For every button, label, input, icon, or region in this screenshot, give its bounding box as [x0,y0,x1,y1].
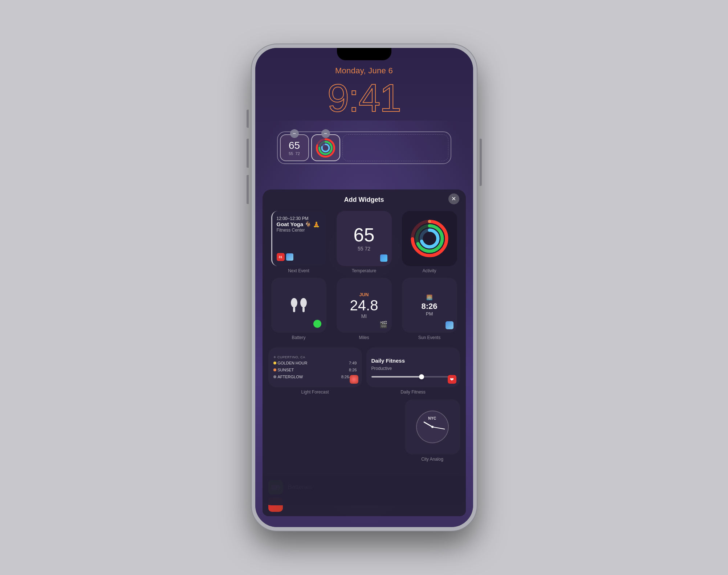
sun-events-cell: 🌅 8:26 PM Sun Events [399,278,460,340]
airpods-icon [286,293,312,318]
lock-time: 9:41 [255,78,473,118]
minute-hand [432,427,445,429]
lf-app-icon [350,375,358,384]
sun-events-widget[interactable]: 🌅 8:26 PM [402,278,457,333]
svg-point-16 [300,298,307,307]
mute-button[interactable] [247,110,249,128]
miles-label: Miles [359,335,369,340]
activity-cell: Activity [399,211,460,273]
temperature-cell: 65 55 72 Temperature [334,211,395,273]
svg-point-12 [428,220,431,223]
next-event-label: Next Event [288,268,309,273]
lf-location: ✈ CUPERTINO, CA [273,355,357,359]
activity-widget[interactable] [402,211,457,266]
temperature-widget[interactable]: 65 55 72 [337,211,392,266]
golden-dot [273,362,276,364]
modal-header: Add Widgets ✕ [263,189,466,208]
df-slider-thumb[interactable] [419,374,424,379]
modal-title: Add Widgets [344,196,384,204]
sun-events-label: Sun Events [418,335,440,340]
volume-up-button[interactable] [247,139,249,168]
daily-fitness-label: Daily Fitness [366,390,460,395]
camera-icon: 🎬 [379,321,387,329]
df-title: Daily Fitness [371,358,455,364]
temperature-label: Temperature [352,268,376,273]
temp-range: 55 72 [358,246,370,252]
clock-face: NYC [416,411,449,443]
sun-time: 8:26 [421,302,437,311]
lock-widget-activity[interactable]: − [311,134,340,161]
phone-body: Monday, June 6 9:41 − 65 55 72 − [252,44,477,531]
city-analog-widget[interactable]: NYC [405,399,460,454]
temp-number: 65 [354,225,375,244]
wide-widget-row: ✈ CUPERTINO, CA GOLDEN HOUR 7:49 SUNSET [263,346,466,396]
lf-afterglow-row: AFTERGLOW 8:26–8:5 [273,374,357,380]
lf-golden-row: GOLDEN HOUR 7:49 [273,360,357,366]
event-location: Fitness Center [277,228,322,233]
afterglow-dot [273,375,276,378]
golden-label: GOLDEN HOUR [278,361,349,365]
event-time: 12:00–12:30 PM [277,216,322,221]
miles-unit: MI [350,313,378,319]
sunset-dot [273,368,276,371]
battery-cell: Battery [268,278,329,340]
phone-wrapper: Monday, June 6 9:41 − 65 55 72 − [252,44,477,531]
modal-close-button[interactable]: ✕ [448,193,459,204]
notch [337,48,391,60]
add-widgets-modal: Add Widgets ✕ 12:00–12:30 PM Goat Yoga 🐐… [263,189,466,505]
volume-down-button[interactable] [247,175,249,204]
miles-widget[interactable]: JUN 24.8 MI 🎬 [337,278,392,333]
miles-cell: JUN 24.8 MI 🎬 Miles [334,278,395,340]
next-event-cell: 12:00–12:30 PM Goat Yoga 🐐 🧘 Fitness Cen… [268,211,329,273]
lock-widget-bar[interactable]: − 65 55 72 − [277,131,451,164]
clock-nyc-label: NYC [428,416,436,420]
calendar-icon: 31 [277,253,285,261]
battery-green-dot [313,320,321,328]
df-subtitle: Productive [371,366,455,371]
light-forecast-cell: ✈ CUPERTINO, CA GOLDEN HOUR 7:49 SUNSET [268,347,362,395]
event-app-icons: 31 [277,253,322,261]
daily-fitness-cell: Daily Fitness Productive ❤ Daily Fitness [366,347,460,395]
df-slider-track [371,376,455,378]
df-heart-icon: ❤ [448,375,456,384]
activity-rings-svg [410,219,450,258]
svg-rect-17 [302,307,305,312]
light-forecast-widget[interactable]: ✈ CUPERTINO, CA GOLDEN HOUR 7:49 SUNSET [268,347,362,387]
city-analog-extra: NYC City Analog [405,399,460,462]
power-button[interactable] [480,139,482,186]
sun-period: PM [421,311,437,317]
lock-widget-temp[interactable]: − 65 55 72 [280,134,309,161]
light-forecast-label: Light Forecast [268,390,362,395]
sun-app-icon [446,321,454,329]
miles-month: JUN [350,292,378,297]
weather-app-icon [286,253,293,261]
sunset-time: 8:26 [349,368,357,372]
lockscreen-top: Monday, June 6 9:41 [255,66,473,118]
svg-point-14 [291,298,297,307]
widget-grid-row2: Battery JUN 24.8 MI 🎬 Miles [263,275,466,343]
lock-widget-empty[interactable] [342,134,448,161]
screen: Monday, June 6 9:41 − 65 55 72 − [255,48,473,527]
temp-app-icons [380,254,387,262]
remove-activity-handle[interactable]: − [321,129,330,138]
sunset-label: SUNSET [278,368,349,372]
golden-time: 7:49 [349,361,357,365]
svg-point-13 [428,225,431,227]
lf-sunset-row: SUNSET 8:26 [273,367,357,373]
df-slider-fill [371,376,422,378]
city-analog-label: City Analog [421,457,443,462]
activity-label: Activity [422,268,436,273]
remove-temp-handle[interactable]: − [290,129,299,138]
event-name: Goat Yoga 🐐 🧘 [277,221,322,228]
battery-label: Battery [292,335,305,340]
next-event-widget[interactable]: 12:00–12:30 PM Goat Yoga 🐐 🧘 Fitness Cen… [271,211,326,266]
afterglow-label: AFTERGLOW [278,375,341,379]
clock-center [431,426,434,428]
daily-fitness-widget[interactable]: Daily Fitness Productive ❤ [366,347,460,387]
miles-number: 24.8 [350,297,378,313]
battery-widget[interactable] [271,278,326,333]
widget-grid-row1: 12:00–12:30 PM Goat Yoga 🐐 🧘 Fitness Cen… [263,208,466,276]
lock-date: Monday, June 6 [255,66,473,76]
svg-rect-15 [293,307,295,312]
